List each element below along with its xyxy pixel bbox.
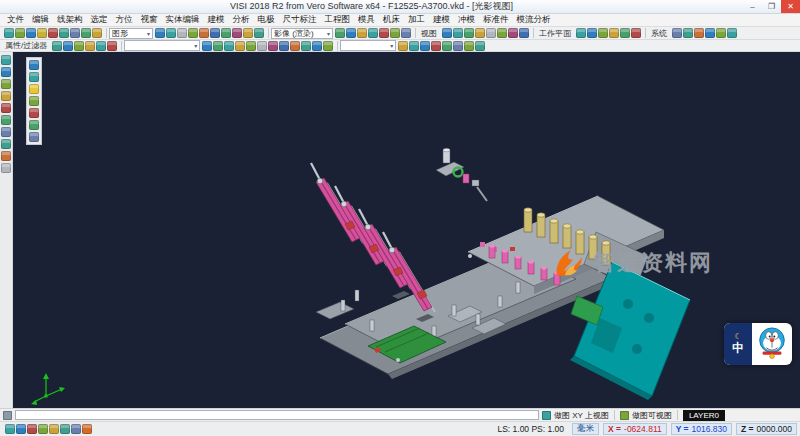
status-icon[interactable] — [60, 424, 70, 434]
toolbar-icon[interactable] — [85, 41, 95, 51]
toolbar-icon[interactable] — [442, 28, 452, 38]
menu-item[interactable]: 尺寸标注 — [279, 14, 321, 26]
toolbar-icon[interactable] — [576, 28, 586, 38]
punch-unit-stacks[interactable] — [311, 163, 435, 312]
menu-item[interactable]: 建模 — [204, 14, 229, 26]
toolbar-icon[interactable] — [716, 28, 726, 38]
menu-item[interactable]: 标准件 — [479, 14, 513, 26]
menu-item[interactable]: 工程图 — [321, 14, 355, 26]
toolbar-icon[interactable] — [486, 28, 496, 38]
toolbar-icon[interactable] — [74, 41, 84, 51]
toolbar-icon[interactable] — [1, 79, 11, 89]
status-icon[interactable] — [27, 424, 37, 434]
toolbar-icon[interactable] — [401, 28, 411, 38]
toolbar-icon[interactable] — [235, 41, 245, 51]
toolbar-icon[interactable] — [257, 41, 267, 51]
toolbar-icon[interactable] — [368, 28, 378, 38]
toolbar-icon[interactable] — [497, 28, 507, 38]
toolbar-icon[interactable] — [48, 28, 58, 38]
loose-component-cluster[interactable] — [436, 148, 487, 201]
toolbar-icon[interactable] — [213, 41, 223, 51]
status-icon[interactable] — [71, 424, 81, 434]
toolbar-icon[interactable] — [1, 91, 11, 101]
toolbar-icon[interactable] — [279, 41, 289, 51]
menu-item[interactable]: 文件 — [3, 14, 28, 26]
maximize-button[interactable]: ❐ — [762, 0, 781, 13]
toolbar-icon[interactable] — [37, 28, 47, 38]
toolbar-icon[interactable] — [609, 28, 619, 38]
menu-item[interactable]: 冲模 — [454, 14, 479, 26]
toolbar-icon[interactable] — [672, 28, 682, 38]
toolbar-icon[interactable] — [177, 28, 187, 38]
toolbar-icon[interactable] — [63, 41, 73, 51]
status-icon[interactable] — [82, 424, 92, 434]
toolbar-icon[interactable] — [357, 28, 367, 38]
menu-item[interactable]: 线架构 — [53, 14, 87, 26]
toolbar-icon[interactable] — [210, 28, 220, 38]
toolbar-icon[interactable] — [301, 41, 311, 51]
close-button[interactable]: ✕ — [781, 0, 800, 13]
toolbar-icon[interactable] — [29, 120, 39, 130]
toolbar-icon[interactable] — [1, 115, 11, 125]
menu-item[interactable]: 编辑 — [28, 14, 53, 26]
menu-item[interactable]: 加工 — [404, 14, 429, 26]
toolbar-icon[interactable] — [290, 41, 300, 51]
toolbar-icon[interactable] — [246, 41, 256, 51]
toolbar-icon[interactable] — [1, 163, 11, 173]
toolbar-icon[interactable] — [29, 132, 39, 142]
toolbar-icon[interactable] — [188, 28, 198, 38]
toolbar-icon[interactable] — [92, 28, 102, 38]
toolbar-icon[interactable] — [631, 28, 641, 38]
menu-item[interactable]: 机床 — [379, 14, 404, 26]
toolbar-icon[interactable] — [96, 41, 106, 51]
active-workplane-label[interactable]: 做图 XY 上视图 — [554, 410, 609, 421]
toolbar-icon[interactable] — [346, 28, 356, 38]
active-view-label[interactable]: 做图可视图 — [632, 410, 672, 421]
status-icon[interactable] — [5, 424, 15, 434]
menu-item[interactable]: 实体编辑 — [162, 14, 204, 26]
menu-item[interactable]: 建模 — [429, 14, 454, 26]
toolbar-icon[interactable] — [107, 41, 117, 51]
toolbar-icon[interactable] — [254, 28, 264, 38]
toolbar-icon[interactable] — [442, 41, 452, 51]
toolbar-icon[interactable] — [52, 41, 62, 51]
toolbar-icon[interactable] — [81, 28, 91, 38]
toolbar-icon[interactable] — [312, 41, 322, 51]
status-icon[interactable] — [38, 424, 48, 434]
toolbar-icon[interactable] — [224, 41, 234, 51]
toolbar-icon[interactable] — [323, 41, 333, 51]
status-icon[interactable] — [16, 424, 26, 434]
toolbar-icon[interactable] — [409, 41, 419, 51]
toolbar-icon[interactable] — [508, 28, 518, 38]
menu-item[interactable]: 模具 — [354, 14, 379, 26]
toolbar-icon[interactable] — [199, 28, 209, 38]
status-icon[interactable] — [49, 424, 59, 434]
toolbar-icon[interactable] — [70, 28, 80, 38]
die-assembly-model[interactable] — [13, 52, 800, 408]
toolbar-icon[interactable] — [475, 41, 485, 51]
toolbar-icon[interactable] — [587, 28, 597, 38]
menu-item[interactable]: 视窗 — [137, 14, 162, 26]
toolbar-icon[interactable] — [379, 28, 389, 38]
menu-item[interactable]: 方位 — [112, 14, 137, 26]
toolbar-icon[interactable] — [598, 28, 608, 38]
toolbar-icon[interactable] — [620, 28, 630, 38]
toolbar-icon[interactable] — [398, 41, 408, 51]
view-icon[interactable] — [620, 411, 629, 420]
render-mode-dropdown[interactable]: 影像 (渲染) ▾ — [271, 28, 333, 39]
toolbar-icon[interactable] — [166, 28, 176, 38]
toolbar-icon[interactable] — [1, 151, 11, 161]
toolbar-icon[interactable] — [1, 55, 11, 65]
toolbar-icon[interactable] — [475, 28, 485, 38]
toolbar-icon[interactable] — [59, 28, 69, 38]
toolbar-icon[interactable] — [694, 28, 704, 38]
toolbar-icon[interactable] — [1, 127, 11, 137]
toolbar-icon[interactable] — [268, 41, 278, 51]
toolbar-icon[interactable] — [29, 60, 39, 70]
toolbar-icon[interactable] — [15, 28, 25, 38]
menu-item[interactable]: 模流分析 — [513, 14, 555, 26]
toolbar-icon[interactable] — [453, 41, 463, 51]
menu-item[interactable]: 电极 — [254, 14, 279, 26]
toolbar-icon[interactable] — [29, 96, 39, 106]
toolbar-icon[interactable] — [390, 28, 400, 38]
